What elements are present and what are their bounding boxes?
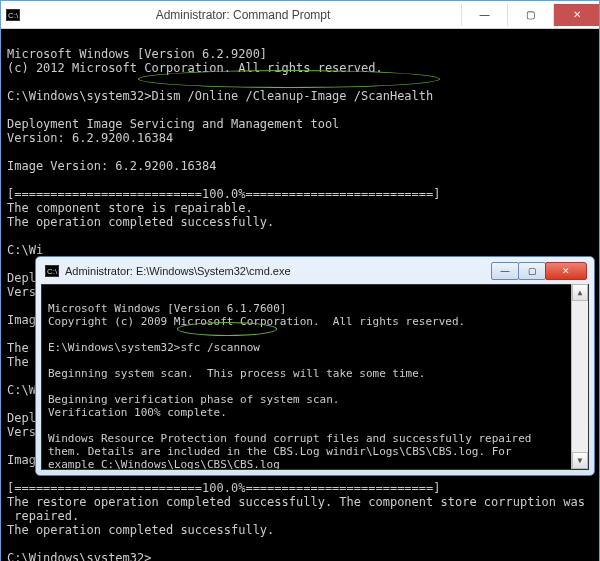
window-title-back: Administrator: Command Prompt [25,1,461,29]
scroll-down-icon[interactable]: ▼ [572,452,588,469]
output-line: Deployment Image Servicing and Managemen… [7,117,339,131]
titlebar-back[interactable]: C:\ Administrator: Command Prompt — ▢ ✕ [1,1,599,29]
output-line: Image Version: 6.2.9200.16384 [7,159,217,173]
cmd-icon: C:\ [1,9,25,21]
output-line: Version: 6.2.9200.16384 [7,131,173,145]
output-line: example C:\Windows\Logs\CBS\CBS.log [48,458,280,470]
minimize-button[interactable]: — [461,4,507,26]
output-line: them. Details are included in the CBS.Lo… [48,445,512,458]
prompt: E:\Windows\system32> [48,341,180,354]
svg-text:C:\: C:\ [8,11,19,20]
output-line: [==========================100.0%=======… [7,187,440,201]
output-line: Beginning system scan. This process will… [48,367,426,380]
terminal-output-front[interactable]: Microsoft Windows [Version 6.1.7600] Cop… [41,284,589,470]
output-line: repaired. [7,509,79,523]
maximize-button[interactable]: ▢ [518,262,546,280]
window-title-front: Administrator: E:\Windows\System32\cmd.e… [61,265,492,277]
command-prompt-window-front: C:\ Administrator: E:\Windows\System32\c… [35,256,595,476]
scrollbar[interactable]: ▲ ▼ [571,284,588,469]
prompt: C:\Windows\system32> [7,551,152,561]
close-button[interactable]: ✕ [553,4,599,26]
close-button[interactable]: ✕ [545,262,587,280]
output-line: Copyright (c) 2009 Microsoft Corporation… [48,315,465,328]
output-line: The component store is repairable. [7,201,253,215]
output-line: Microsoft Windows [Version 6.1.7600] [48,302,286,315]
output-line: C:\Wi [7,243,43,257]
prompt: C:\Windows\system32> [7,89,152,103]
scroll-up-icon[interactable]: ▲ [572,284,588,301]
titlebar-front[interactable]: C:\ Administrator: E:\Windows\System32\c… [41,262,589,284]
cmd-icon: C:\ [43,265,61,277]
svg-text:C:\: C:\ [47,267,58,276]
maximize-button[interactable]: ▢ [507,4,553,26]
entered-command: Dism /Online /Cleanup-Image /ScanHealth [152,89,434,103]
output-line: [==========================100.0%=======… [7,481,440,495]
output-line: Beginning verification phase of system s… [48,393,339,406]
output-line: The operation completed successfully. [7,523,274,537]
output-line: Verification 100% complete. [48,406,227,419]
output-line: Microsoft Windows [Version 6.2.9200] [7,47,267,61]
scrollbar-track[interactable] [572,301,588,452]
output-line: Windows Resource Protection found corrup… [48,432,531,445]
output-line: (c) 2012 Microsoft Corporation. All righ… [7,61,383,75]
entered-command: sfc /scannow [180,341,259,354]
minimize-button[interactable]: — [491,262,519,280]
output-line: The restore operation completed successf… [7,495,585,509]
output-line: The operation completed successfully. [7,215,274,229]
